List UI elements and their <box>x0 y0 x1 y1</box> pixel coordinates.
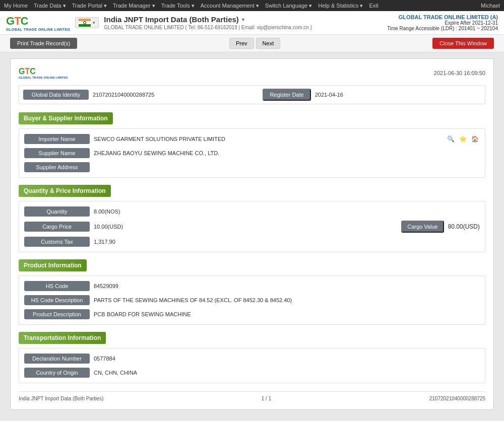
title-dropdown-icon[interactable]: ▾ <box>242 17 244 22</box>
cargo-value-amount: 80.00(USD) <box>448 223 480 230</box>
star-icon[interactable]: ⭐ <box>458 134 468 144</box>
company-name: GLOBAL TRADE ONLINE LIMITED (A) <box>387 14 498 20</box>
country-origin-label: Country of Origin <box>24 368 90 378</box>
card-footer: India JNPT Import Data (Both Parties) 1 … <box>19 391 485 401</box>
importer-name-value: SEWCO GARMENT SOLUTIONS PRIVATE LIMITED <box>94 136 442 142</box>
quantity-label: Quantity <box>24 206 90 217</box>
record-logo: GTC GLOBAL TRADE ONLINE LIMITED <box>19 67 68 79</box>
quantity-price-body: Quantity 8.00(NOS) Cargo Price 10.00(USD… <box>19 201 485 252</box>
expire-date: Expire After 2021-12-31 <box>387 20 498 26</box>
nav-trade-data[interactable]: Trade Data ▾ <box>34 3 66 9</box>
cargo-price-value: 10.00(USD) <box>94 224 397 230</box>
importer-name-row: Importer Name SEWCO GARMENT SOLUTIONS PR… <box>24 134 480 144</box>
declaration-number-label: Declaration Number <box>24 354 90 364</box>
supplier-address-label: Supplier Address <box>24 162 90 172</box>
record-logo-text: GTC <box>19 67 36 76</box>
main-content: GTC GLOBAL TRADE ONLINE LIMITED 2021-06-… <box>0 52 504 416</box>
header-subtitle: GLOBAL TRADE ONLINE LIMITED ( Tel: 86-51… <box>104 25 312 30</box>
next-button[interactable]: Next <box>256 38 281 49</box>
register-date-button[interactable]: Register Date <box>263 89 310 101</box>
card-footer-left: India JNPT Import Data (Both Parties) <box>19 396 103 401</box>
india-flag <box>79 19 91 27</box>
hs-code-label: HS Code <box>24 281 90 291</box>
product-desc-value: PCB BOARD FOR SEWING MACHINE <box>94 311 480 317</box>
supplier-address-row: Supplier Address <box>24 162 480 172</box>
header-title-block: India JNPT Import Data (Both Parties) ▾ … <box>104 15 312 30</box>
cargo-value-button[interactable]: Cargo Value <box>401 221 444 233</box>
nav-trade-manager[interactable]: Trade Manager ▾ <box>113 3 155 9</box>
supplier-name-label: Supplier Name <box>24 148 90 158</box>
supplier-name-value: ZHEJIANG BAOYU SEWING MACHINE CO., LTD. <box>94 150 480 156</box>
record-card: GTC GLOBAL TRADE ONLINE LIMITED 2021-06-… <box>10 58 494 410</box>
importer-icons: 🔍 ⭐ 🏠 <box>446 134 480 144</box>
customs-tax-label: Customs Tax <box>24 237 90 247</box>
nav-trade-portal[interactable]: Trade Portal ▾ <box>72 3 107 9</box>
record-datetime: 2021-06-30 16:09:50 <box>434 70 485 76</box>
buyer-supplier-header: Buyer & Supplier Information <box>19 112 113 124</box>
customs-tax-row: Customs Tax 1,317.90 <box>24 237 480 247</box>
hs-code-desc-label: HS Code Description <box>24 295 90 305</box>
cargo-value-inline: Cargo Value 80.00(USD) <box>401 221 480 233</box>
card-footer-center: 1 / 1 <box>262 396 271 401</box>
logo-text: GTC <box>6 15 28 28</box>
product-desc-label: Product Description <box>24 309 90 319</box>
hs-code-row: HS Code 84529099 <box>24 281 480 291</box>
top-toolbar: Print Trade Record(s) Prev Next Close Th… <box>0 35 504 52</box>
customs-tax-value: 1,317.90 <box>94 239 480 245</box>
time-range: Time Range Accessible (LDR) : 201401 ~ 2… <box>387 26 498 31</box>
record-logo-sub: GLOBAL TRADE ONLINE LIMITED <box>19 76 68 79</box>
print-button[interactable]: Print Trade Record(s) <box>10 38 77 49</box>
record-header: GTC GLOBAL TRADE ONLINE LIMITED 2021-06-… <box>19 67 485 79</box>
quantity-price-header: Quantity & Price Information <box>19 185 111 197</box>
importer-name-label: Importer Name <box>24 134 90 144</box>
search-icon[interactable]: 🔍 <box>446 134 456 144</box>
card-footer-right: 21072021040000288725 <box>429 396 485 401</box>
close-window-button[interactable]: Close This Window <box>432 38 494 49</box>
home-icon[interactable]: 🏠 <box>470 134 480 144</box>
nav-my-home[interactable]: My Home <box>4 3 28 9</box>
company-logo: GTC GLOBAL TRADE ONLINE LIMITED <box>6 15 70 31</box>
top-nav-links: My Home Trade Data ▾ Trade Portal ▾ Trad… <box>4 3 379 9</box>
user-name: Michael <box>481 3 500 9</box>
quantity-value: 8.00(NOS) <box>94 208 480 215</box>
page-title: India JNPT Import Data (Both Parties) ▾ <box>104 15 312 24</box>
buyer-supplier-section: Buyer & Supplier Information Importer Na… <box>19 112 485 178</box>
supplier-name-row: Supplier Name ZHEJIANG BAOYU SEWING MACH… <box>24 148 480 158</box>
cargo-price-row: Cargo Price 10.00(USD) Cargo Value 80.00… <box>24 221 480 233</box>
quantity-row: Quantity 8.00(NOS) <box>24 206 480 217</box>
country-flag-selector[interactable]: ▾ <box>75 17 99 28</box>
global-identity-value: 21072021040000288725 <box>93 92 259 98</box>
nav-exit[interactable]: Exit <box>369 3 378 9</box>
product-section: Product Information HS Code 84529099 HS … <box>19 259 485 325</box>
flag-dropdown-icon: ▾ <box>93 20 95 25</box>
hs-code-desc-value: PARTS OF THE SEWING MACHINES OF 84.52 (E… <box>94 297 480 303</box>
logo-subtitle: GLOBAL TRADE ONLINE LIMITED <box>6 28 70 31</box>
nav-help-stats[interactable]: Help & Statistics ▾ <box>318 3 363 9</box>
hs-code-desc-row: HS Code Description PARTS OF THE SEWING … <box>24 295 480 305</box>
page-header: GTC GLOBAL TRADE ONLINE LIMITED ▾ India … <box>0 11 504 35</box>
top-navigation: My Home Trade Data ▾ Trade Portal ▾ Trad… <box>0 0 504 11</box>
transportation-body: Declaration Number 0577884 Country of Or… <box>19 348 485 383</box>
navigation-buttons: Prev Next <box>229 38 280 49</box>
country-origin-row: Country of Origin CN, CHN, CHINA <box>24 368 480 378</box>
nav-switch-lang[interactable]: Switch Language ▾ <box>265 3 312 9</box>
product-header: Product Information <box>19 259 87 271</box>
hs-code-value: 84529099 <box>94 283 480 289</box>
register-date-value: 2021-04-16 <box>315 92 481 98</box>
country-origin-value: CN, CHN, CHINA <box>94 370 480 376</box>
cargo-price-label: Cargo Price <box>24 222 90 232</box>
declaration-number-value: 0577884 <box>94 356 480 362</box>
transportation-header: Transportation Information <box>19 332 106 344</box>
declaration-number-row: Declaration Number 0577884 <box>24 354 480 364</box>
product-desc-row: Product Description PCB BOARD FOR SEWING… <box>24 309 480 319</box>
buyer-supplier-body: Importer Name SEWCO GARMENT SOLUTIONS PR… <box>19 128 485 178</box>
product-body: HS Code 84529099 HS Code Description PAR… <box>19 275 485 325</box>
transportation-section: Transportation Information Declaration N… <box>19 332 485 383</box>
global-identity-row: Global Data Identity 2107202104000028872… <box>19 85 485 104</box>
header-left: GTC GLOBAL TRADE ONLINE LIMITED ▾ India … <box>6 15 312 31</box>
global-identity-label: Global Data Identity <box>23 90 89 100</box>
prev-button[interactable]: Prev <box>229 38 254 49</box>
nav-trade-tools[interactable]: Trade Tools ▾ <box>161 3 195 9</box>
quantity-price-section: Quantity & Price Information Quantity 8.… <box>19 185 485 252</box>
nav-account-mgmt[interactable]: Account Management ▾ <box>201 3 259 9</box>
